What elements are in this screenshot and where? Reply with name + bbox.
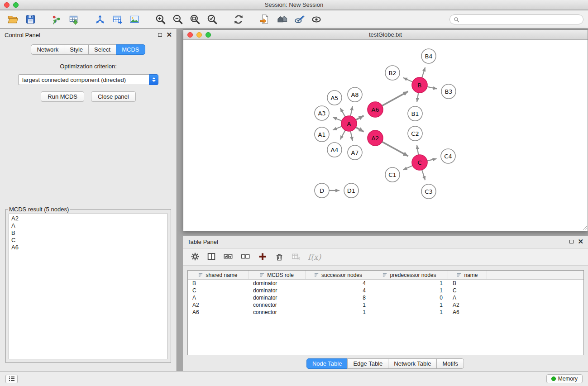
close-panel-icon[interactable]: ✕ bbox=[166, 33, 172, 37]
result-item[interactable]: B bbox=[11, 229, 165, 237]
graph-edge-A-A1[interactable] bbox=[333, 126, 342, 130]
close-window-button[interactable] bbox=[4, 2, 10, 8]
graph-node-A[interactable]: A bbox=[341, 116, 357, 131]
graph-node-D1[interactable]: D1 bbox=[344, 183, 359, 198]
export-document-button[interactable] bbox=[256, 12, 273, 27]
graph-node-A4[interactable]: A4 bbox=[327, 143, 342, 157]
graph-edge-A-A7[interactable] bbox=[350, 131, 352, 141]
graph-edge-A6-B[interactable] bbox=[382, 91, 408, 106]
refresh-button[interactable] bbox=[230, 12, 247, 27]
result-item[interactable]: A2 bbox=[11, 215, 165, 222]
network-canvas[interactable]: B4B2BB3A5A8A6A3B1AC2A1A2A4A7C4CC1DD1C3 bbox=[183, 40, 588, 231]
table-row[interactable]: A2connector11A2 bbox=[188, 301, 583, 309]
zoom-in-button[interactable] bbox=[152, 12, 169, 27]
graph-edge-A-A4[interactable] bbox=[340, 130, 345, 139]
tab-network[interactable]: Network bbox=[31, 44, 64, 55]
tab-select[interactable]: Select bbox=[88, 44, 116, 55]
graph-node-D[interactable]: D bbox=[315, 183, 329, 198]
delete-row-button[interactable] bbox=[274, 252, 284, 263]
graph-node-B3[interactable]: B3 bbox=[441, 84, 456, 99]
search-field[interactable] bbox=[449, 14, 583, 24]
float-panel-icon[interactable] bbox=[158, 33, 162, 37]
graph-node-C4[interactable]: C4 bbox=[441, 149, 455, 163]
delete-table-button[interactable] bbox=[291, 252, 301, 263]
zoom-fit-button[interactable] bbox=[186, 12, 204, 27]
result-item[interactable]: A6 bbox=[11, 244, 165, 251]
table-row[interactable]: Adominator80A bbox=[188, 294, 583, 301]
zoom-selected-button[interactable] bbox=[204, 12, 221, 27]
column-header-successor-nodes[interactable]: successor nodes bbox=[306, 271, 371, 279]
graph-edge-C-C2[interactable] bbox=[417, 145, 418, 155]
mcds-result-list[interactable]: A2ABCA6 bbox=[9, 214, 168, 359]
graph-edge-C-C4[interactable] bbox=[427, 159, 437, 161]
close-table-panel-icon[interactable]: ✕ bbox=[578, 239, 583, 244]
graph-edge-B-B4[interactable] bbox=[422, 67, 425, 78]
export-network-button[interactable] bbox=[91, 12, 109, 27]
close-network-button[interactable] bbox=[187, 32, 193, 38]
column-header-mcds-role[interactable]: MCDS role bbox=[249, 271, 306, 279]
tab-node-table[interactable]: Node Table bbox=[306, 358, 348, 369]
function-builder-button[interactable]: f(x) bbox=[308, 253, 321, 262]
column-chooser-button[interactable] bbox=[206, 252, 216, 263]
select-all-button[interactable] bbox=[223, 252, 234, 263]
graph-node-C1[interactable]: C1 bbox=[385, 167, 400, 182]
task-history-button[interactable] bbox=[5, 375, 18, 383]
graph-node-B[interactable]: B bbox=[412, 77, 427, 93]
graph-edge-A-A8[interactable] bbox=[350, 106, 352, 116]
open-session-button[interactable] bbox=[5, 12, 22, 27]
unselect-all-button[interactable] bbox=[240, 252, 251, 263]
tab-style[interactable]: Style bbox=[64, 44, 89, 55]
export-image-button[interactable] bbox=[126, 12, 143, 27]
graph-edge-B-B1[interactable] bbox=[417, 93, 418, 102]
result-item[interactable]: A bbox=[11, 222, 165, 229]
table-row[interactable]: A6connector11A6 bbox=[188, 309, 583, 316]
show-all-networks-button[interactable] bbox=[273, 12, 291, 27]
result-item[interactable]: C bbox=[11, 237, 165, 244]
graph-edge-A2-C[interactable] bbox=[382, 142, 408, 156]
tab-edge-table[interactable]: Edge Table bbox=[347, 358, 388, 369]
graph-node-B2[interactable]: B2 bbox=[385, 66, 400, 80]
graph-node-A3[interactable]: A3 bbox=[315, 106, 329, 120]
graph-edge-C-C1[interactable] bbox=[403, 166, 413, 170]
dropdown-stepper[interactable] bbox=[149, 74, 158, 85]
graph-node-C[interactable]: C bbox=[412, 155, 427, 170]
graph-node-C3[interactable]: C3 bbox=[421, 184, 436, 199]
network-window-titlebar[interactable]: testGlobe.txt bbox=[183, 30, 588, 40]
import-network-button[interactable] bbox=[48, 12, 65, 27]
graph-node-A1[interactable]: A1 bbox=[315, 127, 329, 142]
graph-edge-A-A5[interactable] bbox=[340, 108, 345, 117]
column-header-shared-name[interactable]: shared name bbox=[188, 271, 249, 279]
search-input[interactable] bbox=[461, 16, 579, 23]
table-row[interactable]: Cdominator41C bbox=[188, 287, 583, 294]
table-row[interactable]: Bdominator41B bbox=[188, 280, 583, 287]
graph-node-A2[interactable]: A2 bbox=[368, 130, 383, 146]
minimize-network-button[interactable] bbox=[196, 32, 202, 38]
birdseye-view-button[interactable] bbox=[308, 12, 325, 27]
tab-network-table[interactable]: Network Table bbox=[388, 358, 437, 369]
view-settings-button[interactable] bbox=[291, 12, 308, 27]
import-table-button[interactable] bbox=[65, 12, 82, 27]
graph-edge-B-B3[interactable] bbox=[427, 87, 437, 89]
save-session-button[interactable] bbox=[22, 12, 39, 27]
graph-node-B4[interactable]: B4 bbox=[421, 49, 436, 63]
resize-grip-icon[interactable] bbox=[582, 225, 587, 230]
maximize-network-button[interactable] bbox=[206, 32, 211, 38]
criterion-dropdown[interactable]: largest connected component (directed) bbox=[18, 74, 158, 85]
graph-edge-A-A6[interactable] bbox=[356, 116, 363, 120]
graph-edge-A-A3[interactable] bbox=[333, 117, 342, 121]
graph-node-A6[interactable]: A6 bbox=[368, 102, 383, 117]
graph-node-A8[interactable]: A8 bbox=[348, 87, 362, 102]
float-table-panel-icon[interactable] bbox=[569, 240, 574, 243]
column-header-predecessor-nodes[interactable]: predecessor nodes bbox=[371, 271, 448, 279]
run-mcds-button[interactable]: Run MCDS bbox=[41, 91, 84, 102]
tab-mcds[interactable]: MCDS bbox=[116, 44, 145, 55]
zoom-out-button[interactable] bbox=[169, 12, 186, 27]
tab-motifs[interactable]: Motifs bbox=[436, 358, 464, 369]
add-row-button[interactable] bbox=[257, 251, 268, 263]
table-settings-button[interactable] bbox=[190, 252, 200, 263]
graph-edge-A-A2[interactable] bbox=[356, 127, 364, 132]
graph-node-C2[interactable]: C2 bbox=[408, 126, 422, 141]
graph-node-A5[interactable]: A5 bbox=[327, 91, 342, 105]
zoom-window-button[interactable] bbox=[13, 2, 19, 8]
graph-node-A7[interactable]: A7 bbox=[348, 145, 362, 160]
